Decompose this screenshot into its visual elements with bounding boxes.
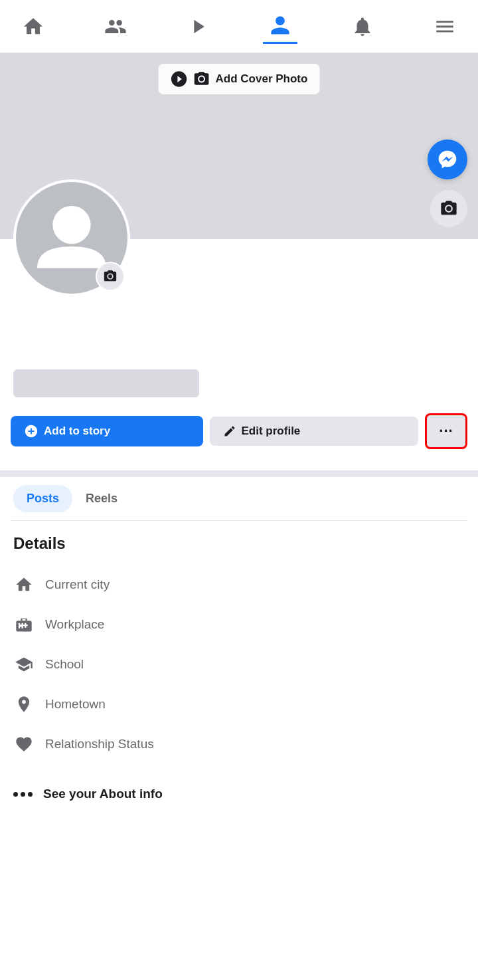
see-about-row[interactable]: See your About info (0, 777, 478, 811)
see-about-label: See your About info (43, 787, 163, 801)
hometown-icon (13, 694, 35, 715)
school-label: School (45, 657, 84, 672)
nav-notifications[interactable] (345, 9, 380, 44)
tab-posts[interactable]: Posts (13, 485, 72, 512)
details-section: Details Current city Workplace School Ho… (0, 521, 478, 777)
nav-menu[interactable] (428, 9, 462, 44)
school-icon (13, 654, 35, 675)
more-dots: ··· (439, 423, 453, 440)
add-to-story-label: Add to story (44, 425, 110, 438)
svg-point-1 (52, 206, 90, 244)
action-buttons-row: Add to story Edit profile ··· (0, 403, 478, 449)
workplace-label: Workplace (45, 617, 104, 632)
cover-camera-button[interactable] (430, 190, 467, 227)
messenger-button[interactable] (428, 140, 467, 179)
avatar-camera-button[interactable] (96, 262, 125, 291)
edit-profile-button[interactable]: Edit profile (210, 417, 418, 446)
detail-current-city[interactable]: Current city (13, 565, 465, 605)
nav-friends[interactable] (98, 9, 133, 44)
see-about-dots-icon (13, 792, 33, 797)
nav-profile[interactable] (263, 9, 297, 44)
detail-hometown[interactable]: Hometown (13, 684, 465, 724)
relationship-status-label: Relationship Status (45, 737, 154, 751)
workplace-icon (13, 614, 35, 635)
avatar-wrapper (13, 179, 130, 296)
tab-reels[interactable]: Reels (72, 485, 131, 512)
relationship-status-icon (13, 734, 35, 755)
detail-school[interactable]: School (13, 644, 465, 684)
name-placeholder (13, 369, 199, 397)
profile-section: Add to story Edit profile ··· (0, 239, 478, 460)
detail-workplace[interactable]: Workplace (13, 605, 465, 644)
edit-profile-label: Edit profile (242, 425, 301, 438)
hometown-label: Hometown (45, 697, 106, 712)
detail-relationship-status[interactable]: Relationship Status (13, 724, 465, 764)
details-title: Details (13, 534, 465, 553)
section-divider (0, 470, 478, 477)
tabs-row: Posts Reels (0, 477, 478, 520)
add-cover-label: Add Cover Photo (216, 72, 308, 86)
nav-home[interactable] (16, 9, 50, 44)
top-navigation (0, 0, 478, 53)
current-city-icon (13, 574, 35, 595)
current-city-label: Current city (45, 577, 110, 592)
more-options-button[interactable]: ··· (425, 413, 467, 449)
add-cover-photo-button[interactable]: Add Cover Photo (159, 64, 320, 94)
add-to-story-button[interactable]: Add to story (11, 416, 203, 446)
nav-watch[interactable] (181, 9, 215, 44)
